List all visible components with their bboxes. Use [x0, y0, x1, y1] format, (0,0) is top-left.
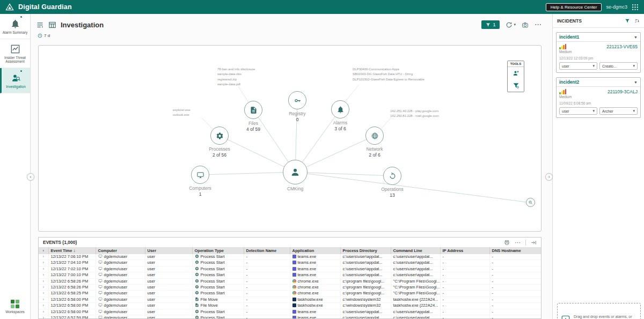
row-expand-chevron[interactable]: ›: [39, 272, 48, 278]
column-header[interactable]: Computer: [96, 247, 145, 254]
teams-app-icon: [292, 261, 296, 264]
events-table-body: ›12/13/22 7:06:10 PMdgdemo\useruserProce…: [39, 254, 541, 319]
graph-node-registry[interactable]: Registry 0: [277, 91, 318, 122]
events-more-button[interactable]: ⋯: [515, 240, 521, 244]
graph-node-network[interactable]: Network 2 of 6: [354, 127, 395, 158]
expand-all-header[interactable]: ›: [39, 247, 48, 254]
apps-grid-icon[interactable]: [632, 4, 639, 11]
table-row[interactable]: ›12/13/22 6:58:26 PMdgdemo\useruserProce…: [39, 278, 541, 284]
graph-node-processes[interactable]: Processes 2 of 56: [199, 127, 240, 158]
row-expand-chevron[interactable]: ›: [39, 266, 48, 272]
incident-card[interactable]: incident2 ▼ Medium 221109-3CALJ 11/09/22…: [556, 77, 641, 118]
sidebar-item-investigation[interactable]: Investigation: [0, 68, 30, 93]
row-expand-chevron[interactable]: ›: [39, 254, 48, 260]
incident-id-link[interactable]: 221213-VVE65: [606, 44, 638, 49]
row-expand-chevron[interactable]: ›: [39, 309, 48, 315]
row-expand-chevron[interactable]: ›: [39, 303, 48, 309]
incidents-sort-button[interactable]: [634, 18, 640, 24]
incident-assignee-select[interactable]: user ▾: [559, 107, 597, 115]
expand-entity-tool-button[interactable]: [508, 67, 524, 79]
column-header[interactable]: Application: [290, 247, 340, 254]
status-value: Creato...: [602, 64, 617, 68]
zoom-button[interactable]: [526, 198, 535, 207]
key-icon: [294, 97, 302, 105]
process-start-icon: [195, 279, 199, 283]
chevron-down-icon[interactable]: ▼: [634, 35, 638, 39]
chevron-down-icon[interactable]: ▼: [634, 80, 638, 84]
table-row[interactable]: ›12/13/22 7:06:10 PMdgdemo\useruserProce…: [39, 254, 541, 260]
cell-application: chrome.exe: [290, 291, 340, 296]
column-header[interactable]: IP Address: [440, 247, 489, 254]
incident-assignee-select[interactable]: user ▾: [559, 62, 597, 70]
row-expand-chevron[interactable]: ›: [39, 296, 48, 302]
incident-status-select[interactable]: Creato... ▾: [599, 62, 638, 70]
table-row[interactable]: ›12/13/22 6:57:59 PMdgdemo\useruserProce…: [39, 315, 541, 319]
cell-computer: dgdemo\user: [96, 303, 145, 309]
help-resource-center-button[interactable]: Help & Resource Center: [546, 3, 602, 11]
column-header[interactable]: Event Time↓: [48, 247, 96, 254]
annotation-line: 142.251.40.228 - play.google.com: [390, 109, 439, 114]
row-expand-chevron[interactable]: ›: [39, 291, 48, 296]
table-row[interactable]: ›12/13/22 6:58:25 PMdgdemo\useruserProce…: [39, 291, 541, 296]
sidebar-item-label: Insider Threat Assessment: [1, 56, 29, 63]
node-count: 2 of 6: [369, 152, 380, 158]
cell-event-time: 12/13/22 6:58:00 PM: [48, 309, 96, 315]
graph-node-cmking[interactable]: CMKing: [275, 160, 316, 192]
column-header[interactable]: User: [145, 247, 192, 254]
more-options-button[interactable]: ⋯: [535, 22, 541, 27]
snapshot-button[interactable]: [522, 21, 529, 28]
column-header[interactable]: Process Directory: [340, 247, 391, 254]
cell-event-time: 12/13/22 7:04:10 PM: [48, 260, 96, 266]
time-range-chip[interactable]: 7 d: [38, 33, 50, 38]
cell-computer: dgdemo\user: [96, 266, 145, 272]
row-expand-chevron[interactable]: ›: [39, 278, 48, 284]
funnel-icon: [486, 23, 491, 27]
incident-timestamp: 11/09/22 6:08:56 am: [559, 101, 638, 105]
refresh-button[interactable]: ▾: [506, 21, 516, 28]
view-toggle-table-icon[interactable]: [48, 21, 56, 29]
column-header[interactable]: Detection Name: [244, 247, 290, 254]
filter-tool-button[interactable]: [508, 79, 524, 92]
node-count: 4 of 59: [246, 127, 260, 132]
cell-computer: dgdemo\user: [96, 272, 145, 278]
incident-card-header[interactable]: incident1 ▼: [557, 33, 640, 42]
collapse-events-button[interactable]: [531, 240, 537, 246]
table-row[interactable]: ›12/13/22 6:58:00 PMdgdemo\useruserProce…: [39, 309, 541, 315]
column-header[interactable]: Operation Type: [192, 247, 244, 254]
incident-card-header[interactable]: incident2 ▼: [557, 78, 640, 87]
row-expand-chevron[interactable]: ›: [39, 260, 48, 266]
annotation-line: sample-data.pdf: [217, 82, 255, 87]
table-row[interactable]: ›12/13/22 7:04:10 PMdgdemo\useruserProce…: [39, 260, 541, 266]
create-incident-dropzone[interactable]: Drag and drop events or alarms, or click…: [557, 303, 641, 319]
table-row[interactable]: ›12/13/22 6:58:26 PMdgdemo\useruserProce…: [39, 285, 541, 291]
row-expand-chevron[interactable]: ›: [39, 285, 48, 291]
graph-node-operations[interactable]: Operations 13: [372, 167, 413, 198]
table-row[interactable]: ›12/13/22 6:58:00 PMdgdemo\useruserFile …: [39, 296, 541, 302]
incident-card[interactable]: incident1 ▼ Medium 221213-VVE65 12/13/22…: [556, 32, 641, 73]
cell-ip-address: -: [440, 272, 489, 278]
sidebar-item-workspaces[interactable]: Workspaces: [0, 295, 30, 319]
computer-icon: [98, 303, 103, 307]
view-toggle-list-icon[interactable]: [36, 21, 44, 29]
table-row[interactable]: ›12/13/22 7:00:10 PMdgdemo\useruserProce…: [39, 272, 541, 278]
sort-desc-icon[interactable]: ↓: [73, 248, 75, 253]
incident-id-link[interactable]: 221109-3CALJ: [608, 89, 638, 94]
collapse-left-panel-handle[interactable]: ‹: [27, 173, 34, 181]
column-header[interactable]: Command Line: [391, 247, 440, 254]
sidebar-item-alarm-summary[interactable]: Alarm Summary: [0, 14, 30, 39]
filter-button[interactable]: 1: [481, 20, 500, 29]
column-header[interactable]: DNS Hostname: [489, 247, 541, 254]
incident-status-select[interactable]: Archer ▾: [599, 107, 638, 115]
table-row[interactable]: ›12/13/22 6:58:00 PMdgdemo\useruserFile …: [39, 303, 541, 309]
sidebar-item-insider-threat[interactable]: Insider Threat Assessment: [0, 39, 30, 68]
row-expand-chevron[interactable]: ›: [39, 315, 48, 319]
graph-node-computers[interactable]: Computers 1: [180, 166, 221, 197]
graph-annotation-network: 142.251.40.228 - play.google.com 142.250…: [390, 109, 439, 119]
collapse-right-panel-handle[interactable]: ›: [545, 173, 553, 181]
cell-ip-address: -: [440, 260, 489, 266]
annotation-line: 78-ban and info disclosure: [217, 67, 255, 72]
print-button[interactable]: [504, 240, 510, 246]
table-row[interactable]: ›12/13/22 7:02:10 PMdgdemo\useruserProce…: [39, 266, 541, 272]
incidents-filter-button[interactable]: [625, 18, 630, 24]
file-move-icon: [195, 303, 199, 307]
